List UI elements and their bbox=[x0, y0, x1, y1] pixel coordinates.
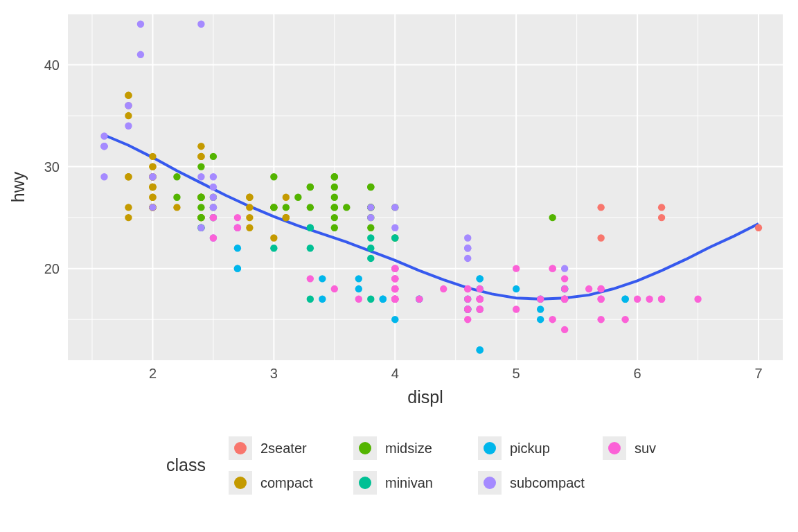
data-point bbox=[367, 245, 374, 251]
data-point bbox=[210, 214, 217, 221]
data-point bbox=[100, 143, 107, 150]
data-point bbox=[355, 296, 362, 303]
legend-swatch bbox=[234, 442, 247, 454]
data-point bbox=[307, 275, 314, 282]
data-point bbox=[464, 305, 471, 312]
data-point bbox=[246, 194, 253, 201]
x-tick-label: 7 bbox=[754, 366, 762, 381]
data-point bbox=[755, 224, 762, 231]
data-point bbox=[464, 245, 471, 251]
data-point bbox=[234, 224, 241, 231]
data-point bbox=[355, 285, 362, 292]
data-point bbox=[331, 173, 338, 180]
data-point bbox=[234, 214, 241, 221]
data-point bbox=[307, 296, 314, 303]
data-point bbox=[137, 51, 144, 58]
data-point bbox=[537, 316, 544, 323]
data-point bbox=[270, 173, 277, 180]
data-point bbox=[210, 153, 217, 160]
data-point bbox=[561, 275, 568, 282]
data-point bbox=[197, 153, 204, 160]
data-point bbox=[210, 173, 217, 180]
data-point bbox=[513, 285, 520, 292]
legend-title: class bbox=[166, 455, 206, 475]
data-point bbox=[367, 296, 374, 303]
data-point bbox=[197, 224, 204, 231]
data-point bbox=[197, 194, 204, 201]
data-point bbox=[283, 214, 290, 221]
data-point bbox=[621, 296, 628, 303]
data-point bbox=[173, 173, 180, 180]
data-point bbox=[294, 194, 301, 201]
data-point bbox=[561, 265, 568, 272]
data-point bbox=[694, 296, 701, 303]
data-point bbox=[234, 245, 241, 251]
data-point bbox=[391, 316, 398, 323]
x-tick-label: 2 bbox=[149, 366, 157, 381]
data-point bbox=[367, 255, 374, 262]
data-point bbox=[391, 275, 398, 282]
data-point bbox=[634, 296, 641, 303]
data-point bbox=[464, 234, 471, 241]
y-axis-title: hwy bbox=[8, 171, 28, 202]
data-point bbox=[307, 184, 314, 190]
data-point bbox=[270, 204, 277, 211]
data-point bbox=[658, 214, 665, 221]
data-point bbox=[391, 224, 398, 231]
data-point bbox=[197, 21, 204, 28]
data-point bbox=[537, 296, 544, 303]
data-point bbox=[125, 91, 132, 98]
data-point bbox=[391, 265, 398, 272]
data-point bbox=[391, 285, 398, 292]
data-point bbox=[331, 224, 338, 231]
legend-label: compact bbox=[260, 475, 313, 490]
data-point bbox=[331, 204, 338, 211]
data-point bbox=[561, 326, 568, 333]
data-point bbox=[561, 296, 568, 303]
data-point bbox=[658, 296, 665, 303]
data-point bbox=[597, 285, 604, 292]
y-tick-label: 40 bbox=[44, 57, 60, 73]
x-tick-label: 4 bbox=[391, 366, 399, 381]
data-point bbox=[319, 296, 326, 303]
data-point bbox=[597, 316, 604, 323]
data-point bbox=[197, 173, 204, 180]
legend-label: 2seater bbox=[260, 441, 307, 456]
data-point bbox=[331, 184, 338, 190]
data-point bbox=[197, 214, 204, 221]
data-point bbox=[125, 204, 132, 211]
data-point bbox=[367, 214, 374, 221]
data-point bbox=[149, 184, 156, 190]
data-point bbox=[367, 234, 374, 241]
legend-swatch bbox=[484, 442, 496, 454]
data-point bbox=[391, 204, 398, 211]
data-point bbox=[270, 234, 277, 241]
legend-label: midsize bbox=[385, 441, 432, 456]
data-point bbox=[477, 285, 484, 292]
legend-swatch bbox=[608, 442, 621, 454]
data-point bbox=[537, 305, 544, 312]
plot-panel bbox=[68, 14, 783, 360]
data-point bbox=[367, 184, 374, 190]
data-point bbox=[464, 296, 471, 303]
data-point bbox=[416, 296, 423, 303]
data-point bbox=[125, 214, 132, 221]
data-point bbox=[283, 194, 290, 201]
data-point bbox=[646, 296, 653, 303]
data-point bbox=[367, 204, 374, 211]
data-point bbox=[464, 255, 471, 262]
data-point bbox=[125, 123, 132, 130]
data-point bbox=[549, 214, 556, 221]
scatter-smooth-chart: 234567203040displhwyclass2seatermidsizep… bbox=[0, 0, 798, 532]
legend-swatch bbox=[359, 477, 371, 489]
data-point bbox=[621, 316, 628, 323]
data-point bbox=[210, 234, 217, 241]
legend-label: suv bbox=[635, 441, 656, 456]
data-point bbox=[149, 153, 156, 160]
data-point bbox=[477, 296, 484, 303]
data-point bbox=[380, 296, 387, 303]
legend-swatch bbox=[234, 477, 247, 489]
x-axis-title: displ bbox=[407, 387, 443, 407]
data-point bbox=[173, 204, 180, 211]
data-point bbox=[561, 285, 568, 292]
